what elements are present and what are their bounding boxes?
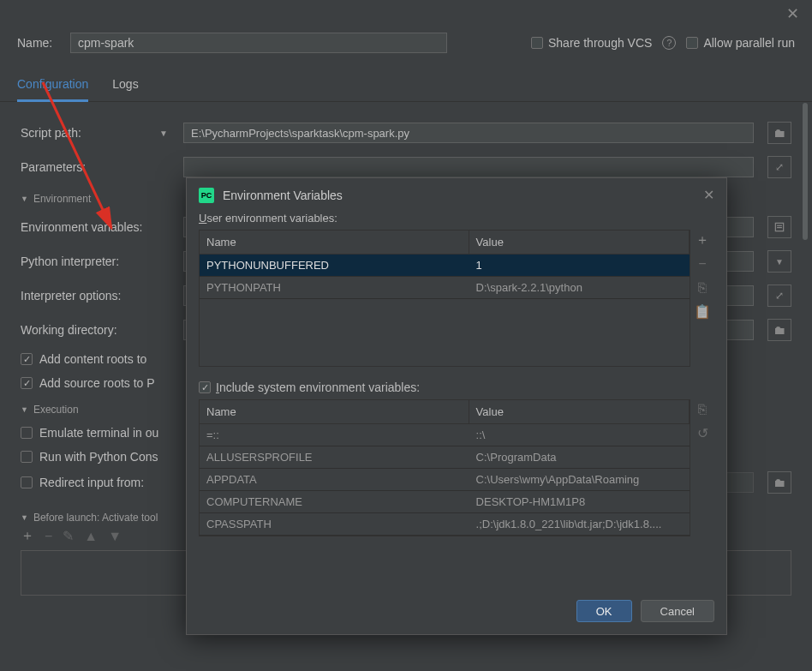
- add-var-button[interactable]: ＋: [696, 233, 709, 247]
- working-directory-label: Working directory:: [21, 323, 175, 337]
- table-row[interactable]: =::::\: [200, 424, 690, 446]
- env-vars-edit-button[interactable]: [767, 216, 791, 238]
- triangle-down-icon: ▼: [21, 405, 28, 414]
- parameters-input[interactable]: [183, 157, 754, 177]
- allow-parallel-label: Allow parallel run: [703, 36, 795, 50]
- dialog-title: Environment Variables: [223, 189, 343, 202]
- folder-icon: 🖿: [773, 126, 785, 140]
- copy-button[interactable]: ⎘: [698, 403, 707, 416]
- move-down-button[interactable]: ▼: [108, 529, 122, 544]
- checkbox-icon: [21, 427, 33, 439]
- python-interpreter-label: Python interpreter:: [21, 255, 175, 268]
- allow-parallel-checkbox[interactable]: Allow parallel run: [686, 36, 795, 50]
- expand-icon: ⤢: [775, 290, 784, 302]
- name-input[interactable]: [70, 33, 447, 53]
- user-vars-table[interactable]: Name Value PYTHONUNBUFFERED 1 PYTHONPATH…: [199, 230, 690, 367]
- user-vars-label: User environment variables:: [187, 208, 726, 230]
- add-task-button[interactable]: ＋: [21, 527, 34, 545]
- expand-icon: ⤢: [775, 161, 784, 173]
- move-up-button[interactable]: ▲: [84, 529, 98, 544]
- redirect-input-checkbox[interactable]: Redirect input from:: [21, 470, 183, 494]
- remove-task-button[interactable]: −: [45, 529, 52, 544]
- chevron-down-icon: ▼: [159, 129, 168, 138]
- share-vcs-checkbox[interactable]: Share through VCS: [531, 36, 652, 50]
- table-row[interactable]: PYTHONUNBUFFERED 1: [200, 255, 690, 277]
- table-row[interactable]: PYTHONPATH D:\spark-2.2.1\python: [200, 277, 690, 299]
- browse-button[interactable]: 🖿: [767, 319, 791, 341]
- column-value[interactable]: Value: [469, 400, 690, 423]
- table-row[interactable]: CPASSPATH.;D:\jdk1.8.0_221\lib\dt.jar;D:…: [200, 513, 690, 536]
- scrollbar[interactable]: [803, 86, 808, 585]
- column-name[interactable]: Name: [200, 231, 469, 254]
- tab-logs[interactable]: Logs: [112, 70, 138, 101]
- ok-button[interactable]: OK: [576, 600, 632, 622]
- browse-button[interactable]: 🖿: [767, 122, 791, 144]
- include-system-checkbox[interactable]: Include system environment variables:: [199, 380, 420, 394]
- table-row[interactable]: APPDATAC:\Users\wmy\AppData\Roaming: [200, 469, 690, 491]
- list-icon: [773, 221, 785, 233]
- env-vars-label: Environment variables:: [21, 220, 175, 234]
- revert-button[interactable]: ↺: [697, 427, 708, 440]
- table-row[interactable]: ALLUSERSPROFILEC:\ProgramData: [200, 446, 690, 469]
- triangle-down-icon: ▼: [21, 195, 28, 203]
- checkbox-icon: [686, 37, 698, 49]
- checkbox-icon: [21, 451, 33, 463]
- dropdown-button[interactable]: ▼: [767, 250, 791, 273]
- edit-task-button[interactable]: ✎: [63, 528, 74, 544]
- folder-icon: 🖿: [773, 323, 785, 337]
- browse-button[interactable]: 🖿: [767, 471, 791, 494]
- expand-button[interactable]: ⤢: [767, 285, 791, 307]
- column-value[interactable]: Value: [469, 231, 690, 254]
- table-row[interactable]: CUDA_PATHC:\Program Files\NVIDIA GPU Com…: [200, 536, 690, 536]
- parameters-label: Parameters:: [21, 160, 175, 174]
- checkbox-checked-icon: ✓: [21, 377, 33, 389]
- dialog-close-icon[interactable]: ✕: [786, 4, 799, 23]
- column-name[interactable]: Name: [200, 400, 469, 423]
- share-vcs-label: Share through VCS: [548, 36, 652, 50]
- checkbox-checked-icon: ✓: [21, 353, 33, 365]
- table-row[interactable]: COMPUTERNAMEDESKTOP-HM1M1P8: [200, 491, 690, 513]
- scrollbar-thumb[interactable]: [803, 103, 808, 240]
- pycharm-icon: PC: [199, 188, 214, 203]
- env-vars-dialog: PC Environment Variables ✕ User environm…: [186, 177, 727, 635]
- checkbox-icon: [21, 476, 33, 488]
- copy-button[interactable]: ⎘: [698, 281, 707, 295]
- tab-configuration[interactable]: Configuration: [17, 70, 88, 102]
- cancel-button[interactable]: Cancel: [641, 600, 714, 622]
- chevron-down-icon: ▼: [775, 257, 784, 267]
- folder-icon: 🖿: [773, 476, 785, 489]
- system-vars-table[interactable]: Name Value =::::\ ALLUSERSPROFILEC:\Prog…: [199, 399, 690, 536]
- triangle-down-icon: ▼: [21, 513, 28, 522]
- close-icon[interactable]: ✕: [703, 187, 714, 203]
- script-path-input[interactable]: E:\PycharmProjects\sparktask\cpm-spark.p…: [183, 123, 754, 143]
- name-label: Name:: [17, 36, 60, 50]
- help-icon[interactable]: ?: [662, 36, 676, 50]
- remove-var-button[interactable]: −: [698, 257, 706, 271]
- script-path-label[interactable]: Script path: ▼: [21, 126, 175, 140]
- paste-button[interactable]: 📋: [694, 305, 711, 319]
- interpreter-options-label: Interpreter options:: [21, 289, 175, 303]
- checkbox-icon: [531, 37, 543, 49]
- expand-button[interactable]: ⤢: [767, 156, 791, 178]
- checkbox-checked-icon: [199, 381, 211, 393]
